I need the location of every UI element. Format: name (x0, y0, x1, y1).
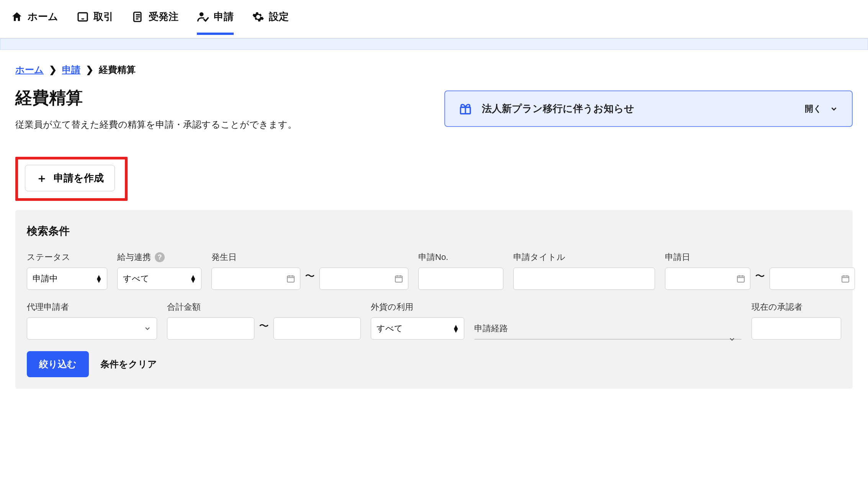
foreign-select[interactable]: すべて ▲▼ (371, 317, 464, 340)
search-heading: 検索条件 (27, 224, 841, 238)
updown-icon: ▲▼ (190, 275, 197, 282)
nav-transactions[interactable]: 取引 (77, 10, 113, 35)
app-date-from[interactable] (665, 268, 750, 290)
breadcrumb: ホーム ❯ 申請 ❯ 経費精算 (15, 64, 853, 76)
svg-rect-7 (842, 276, 849, 282)
total-from-input[interactable] (167, 317, 254, 340)
approver-input[interactable] (752, 317, 841, 340)
updown-icon: ▲▼ (95, 275, 102, 282)
range-separator: 〜 (755, 269, 765, 288)
range-separator: 〜 (259, 319, 269, 338)
search-panel: 検索条件 ステータス 申請中 ▲▼ 給与連携 ? すべて ▲▼ (15, 210, 853, 389)
svg-rect-6 (737, 276, 744, 282)
nav-label: ホーム (28, 10, 58, 23)
notice-text: 法人新プラン移行に伴うお知らせ (482, 102, 634, 115)
route-label: 申請経路 (474, 323, 742, 334)
gear-icon (252, 11, 264, 23)
occur-date-to[interactable] (319, 268, 408, 290)
range-separator: 〜 (305, 269, 315, 288)
agent-combo[interactable] (27, 317, 157, 340)
app-title-input[interactable] (513, 268, 655, 290)
page-description: 従業員が立て替えた経費の精算を申請・承認することができます。 (15, 118, 421, 131)
svg-rect-5 (395, 276, 402, 282)
calendar-icon (286, 274, 295, 283)
app-date-to[interactable] (770, 268, 855, 290)
foreign-label: 外貨の利用 (371, 301, 464, 313)
status-value: 申請中 (33, 273, 58, 284)
nav-orders[interactable]: 受発注 (132, 10, 179, 35)
total-to-input[interactable] (274, 317, 361, 340)
payroll-label: 給与連携 ? (117, 251, 201, 263)
top-nav: ホーム 取引 受発注 申請 設定 (0, 0, 868, 38)
app-no-label: 申請No. (418, 251, 503, 263)
agent-label: 代理申請者 (27, 301, 157, 313)
breadcrumb-current: 経費精算 (99, 64, 136, 76)
breadcrumb-home[interactable]: ホーム (15, 64, 44, 76)
nav-label: 設定 (269, 10, 289, 23)
approver-label: 現在の承認者 (752, 301, 841, 313)
create-request-button[interactable]: ＋ 申請を作成 (25, 165, 115, 191)
status-label: ステータス (27, 251, 107, 263)
create-button-label: 申請を作成 (54, 171, 104, 185)
filter-button[interactable]: 絞り込む (27, 351, 89, 377)
gift-icon (459, 102, 472, 115)
payroll-value: すべて (123, 273, 149, 284)
calendar-icon (841, 274, 850, 283)
calendar-icon (736, 274, 745, 283)
occur-date-label: 発生日 (211, 251, 408, 263)
notice-banner[interactable]: 法人新プラン移行に伴うお知らせ 開く (444, 90, 853, 127)
svg-rect-0 (78, 13, 87, 21)
route-combo[interactable] (474, 339, 742, 340)
app-title-label: 申請タイトル (513, 251, 655, 263)
home-icon (11, 11, 23, 23)
occur-date-from[interactable] (211, 268, 300, 290)
chevron-right-icon: ❯ (86, 64, 93, 75)
info-strip (0, 38, 868, 50)
nav-label: 申請 (214, 10, 234, 23)
nav-home[interactable]: ホーム (11, 10, 58, 35)
notice-expand[interactable]: 開く (805, 103, 838, 115)
payroll-select[interactable]: すべて ▲▼ (117, 268, 201, 290)
payroll-label-text: 給与連携 (117, 251, 151, 263)
status-select[interactable]: 申請中 ▲▼ (27, 268, 107, 290)
create-highlight: ＋ 申請を作成 (15, 157, 128, 201)
svg-point-2 (200, 12, 204, 16)
chevron-right-icon: ❯ (49, 64, 57, 75)
total-label: 合計金額 (167, 301, 361, 313)
document-icon (132, 11, 144, 23)
app-date-label: 申請日 (665, 251, 855, 263)
help-icon[interactable]: ? (155, 252, 165, 262)
calendar-icon (394, 274, 403, 283)
app-no-input[interactable] (418, 268, 503, 290)
notice-expand-label: 開く (805, 103, 822, 115)
tray-icon (77, 11, 89, 23)
chevron-down-icon (728, 335, 736, 343)
page-title: 経費精算 (15, 87, 421, 109)
nav-label: 取引 (93, 10, 113, 23)
chevron-down-icon (144, 325, 151, 332)
nav-label: 受発注 (149, 10, 179, 23)
svg-rect-4 (287, 276, 294, 282)
breadcrumb-requests[interactable]: 申請 (62, 64, 80, 76)
updown-icon: ▲▼ (452, 325, 459, 332)
nav-requests[interactable]: 申請 (197, 10, 234, 35)
nav-settings[interactable]: 設定 (252, 10, 289, 35)
plus-icon: ＋ (36, 172, 47, 184)
foreign-value: すべて (377, 323, 403, 334)
clear-filters-link[interactable]: 条件をクリア (100, 358, 157, 370)
chevron-down-icon (830, 105, 838, 113)
person-check-icon (197, 11, 209, 23)
